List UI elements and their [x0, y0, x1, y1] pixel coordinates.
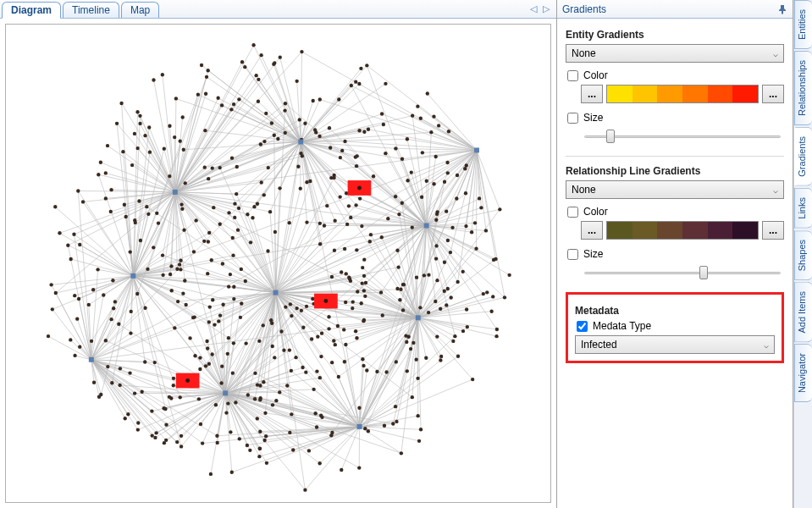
svg-point-1157 — [365, 368, 368, 372]
svg-point-1016 — [153, 436, 157, 439]
pin-icon[interactable] — [777, 4, 787, 14]
relationship-color-checkbox-row[interactable]: Color — [567, 206, 784, 218]
svg-point-1296 — [211, 298, 214, 301]
svg-point-1432 — [447, 130, 450, 133]
svg-point-1185 — [163, 441, 166, 444]
entity-size-checkbox-row[interactable]: Size — [567, 112, 784, 124]
svg-line-671 — [225, 357, 296, 393]
svg-line-690 — [320, 378, 360, 427]
svg-point-1031 — [128, 371, 131, 374]
chevron-down-icon: ⌵ — [773, 185, 778, 195]
svg-point-1436 — [355, 154, 358, 157]
entity-color-checkbox[interactable] — [567, 70, 578, 81]
svg-point-1443 — [204, 364, 207, 367]
svg-point-1397 — [278, 390, 281, 394]
svg-point-1147 — [343, 360, 346, 363]
svg-point-1312 — [193, 354, 196, 357]
svg-point-1151 — [161, 273, 164, 277]
svg-point-1202 — [379, 290, 383, 294]
entity-gradient-end-button[interactable]: ... — [762, 85, 784, 103]
svg-line-885 — [351, 86, 427, 225]
svg-point-1106 — [188, 336, 191, 340]
svg-point-1020 — [202, 240, 206, 243]
entity-gradient-combo[interactable]: None ⌵ — [566, 44, 784, 63]
svg-point-1039 — [214, 403, 218, 406]
svg-point-1042 — [104, 196, 108, 200]
svg-point-1032 — [312, 99, 315, 102]
side-tab-navigator[interactable]: Navigator — [794, 344, 812, 402]
metadata-type-combo[interactable]: Infected ⌵ — [575, 335, 775, 354]
svg-line-515 — [359, 360, 440, 426]
network-diagram[interactable] — [5, 24, 551, 503]
svg-point-1168 — [229, 273, 232, 276]
relationship-size-checkbox[interactable] — [567, 249, 578, 260]
svg-point-1376 — [179, 258, 182, 262]
svg-point-1377 — [455, 196, 458, 200]
svg-point-1261 — [308, 179, 312, 183]
svg-point-1429 — [133, 218, 136, 222]
relationship-gradient-start-button[interactable]: ... — [581, 221, 603, 240]
entity-gradient-start-button[interactable]: ... — [581, 85, 603, 103]
svg-point-1209 — [301, 154, 304, 157]
tab-diagram[interactable]: Diagram — [2, 2, 61, 19]
svg-rect-1453 — [130, 273, 135, 279]
svg-point-1100 — [238, 437, 241, 440]
relationship-gradient-end-button[interactable]: ... — [762, 221, 784, 240]
svg-point-1304 — [345, 223, 349, 226]
svg-point-1313 — [257, 100, 260, 103]
svg-point-1171 — [216, 441, 219, 444]
tab-map[interactable]: Map — [121, 2, 159, 18]
tab-timeline[interactable]: Timeline — [63, 2, 119, 18]
side-tab-relationships[interactable]: Relationships — [794, 51, 812, 125]
svg-line-91 — [252, 218, 275, 292]
svg-point-1050 — [227, 336, 230, 340]
svg-point-1215 — [484, 229, 488, 232]
svg-line-374 — [273, 64, 301, 142]
entity-color-checkbox-row[interactable]: Color — [567, 69, 784, 81]
svg-point-1216 — [180, 444, 183, 448]
side-tab-shapes[interactable]: Shapes — [794, 230, 812, 280]
svg-point-1284 — [295, 80, 298, 83]
svg-line-169 — [263, 382, 359, 427]
side-tab-links[interactable]: Links — [794, 188, 812, 229]
svg-point-1079 — [111, 279, 114, 282]
svg-point-999 — [235, 165, 239, 168]
relationship-size-checkbox-row[interactable]: Size — [567, 248, 784, 260]
svg-line-413 — [251, 242, 276, 292]
svg-point-986 — [409, 347, 412, 351]
side-tab-gradients[interactable]: Gradients — [794, 127, 812, 186]
svg-point-1120 — [262, 323, 265, 327]
svg-point-1263 — [227, 284, 230, 288]
svg-point-1442 — [168, 174, 171, 178]
svg-point-1286 — [368, 240, 372, 243]
svg-point-1068 — [230, 471, 234, 474]
svg-point-1189 — [130, 310, 133, 313]
relationship-size-slider[interactable] — [581, 263, 784, 282]
metadata-type-checkbox[interactable] — [577, 321, 588, 332]
relationship-gradient-swatches[interactable] — [606, 221, 759, 240]
svg-point-1318 — [491, 295, 494, 298]
side-tab-add-items[interactable]: Add Items — [794, 282, 812, 343]
entity-size-slider[interactable] — [581, 127, 784, 146]
svg-point-1450 — [195, 218, 198, 222]
entity-gradient-swatches[interactable] — [606, 85, 759, 103]
metadata-type-checkbox-row[interactable]: Medata Type — [577, 320, 775, 332]
relationship-gradient-combo[interactable]: None ⌵ — [566, 180, 784, 199]
svg-point-1254 — [203, 165, 207, 168]
svg-point-1090 — [175, 268, 179, 271]
svg-line-706 — [418, 318, 427, 357]
relationship-color-checkbox[interactable] — [567, 207, 578, 218]
side-tab-entities[interactable]: Entities — [794, 0, 812, 49]
svg-point-1198 — [494, 334, 498, 338]
svg-line-39 — [175, 98, 176, 191]
svg-point-1226 — [450, 226, 454, 229]
entity-size-checkbox[interactable] — [567, 113, 578, 124]
tab-nav-arrows[interactable]: ◁ ▷ — [530, 3, 556, 14]
svg-point-1401 — [232, 102, 235, 106]
svg-point-1439 — [445, 209, 448, 213]
svg-point-1303 — [256, 417, 259, 420]
svg-point-971 — [357, 129, 361, 132]
svg-line-381 — [276, 226, 324, 293]
svg-point-1247 — [367, 128, 370, 131]
svg-point-1256 — [220, 103, 224, 107]
